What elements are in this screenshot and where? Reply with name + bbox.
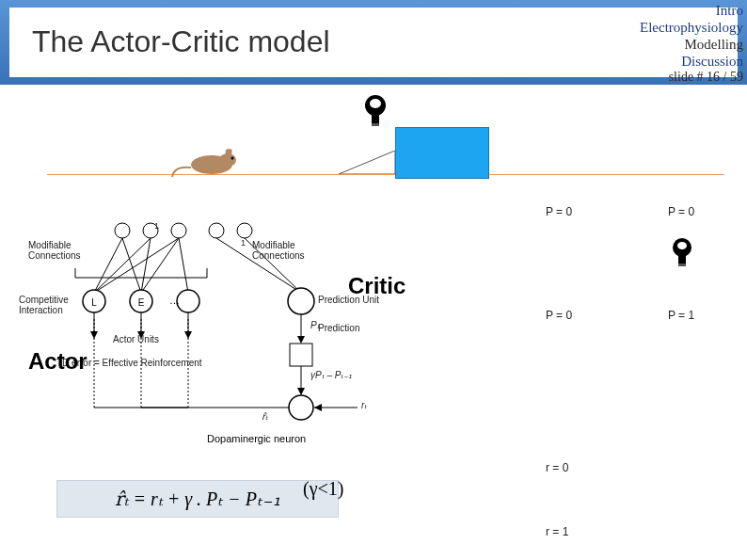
svg-point-12: [237, 223, 252, 238]
svg-point-11: [209, 223, 224, 238]
svg-line-13: [94, 238, 122, 293]
svg-point-10: [171, 223, 186, 238]
svg-marker-42: [297, 388, 305, 395]
gamma-note: (γ<1): [303, 478, 343, 500]
svg-text:E: E: [138, 297, 145, 308]
r1-label: r = 1: [546, 525, 568, 538]
modifiable-right-label: Modifiable Connections: [252, 240, 318, 261]
svg-point-52: [677, 242, 687, 249]
slide-counter: slide # 16 / 59: [640, 70, 743, 86]
critic-label: Critic: [348, 273, 405, 299]
svg-rect-6: [372, 114, 379, 123]
svg-rect-40: [290, 344, 312, 366]
actor-label: Actor: [28, 348, 87, 375]
svg-point-5: [370, 99, 381, 108]
svg-rect-7: [372, 123, 379, 126]
svg-point-24: [177, 290, 199, 312]
td-label: γPₜ – Pₜ₋₁: [310, 370, 352, 380]
svg-text:…: …: [169, 295, 180, 306]
svg-marker-39: [297, 336, 305, 344]
actor-critic-diagram: L E …: [19, 212, 433, 456]
dopaminergic-label: Dopaminergic neuron: [207, 433, 306, 444]
nav-intro: Intro: [640, 2, 743, 19]
weight-1b: 1: [241, 238, 246, 248]
p0-label-a: P = 0: [546, 205, 572, 218]
stage-area: L E …: [0, 85, 747, 560]
header-inner: The Actor-Critic model: [9, 8, 738, 77]
svg-point-1: [219, 153, 236, 167]
svg-line-18: [141, 238, 179, 293]
svg-point-2: [231, 157, 234, 160]
goal-box: [395, 127, 489, 179]
svg-line-19: [179, 238, 188, 293]
light-bulb-icon: [362, 94, 389, 132]
svg-marker-45: [314, 404, 322, 411]
svg-line-17: [94, 238, 179, 293]
rat-icon: [169, 141, 245, 179]
p0-label-c: P = 0: [546, 309, 572, 322]
nav-electro: Electrophysiology: [640, 19, 743, 36]
weight-1a: 1: [154, 221, 159, 231]
svg-point-43: [289, 395, 313, 420]
p-t-label: Pₜ: [310, 320, 320, 330]
nav-discussion: Discussion: [640, 53, 743, 70]
modifiable-left-label: Modifiable Connections: [28, 240, 85, 261]
slide-header: The Actor-Critic model: [0, 0, 747, 85]
r0-label: r = 0: [546, 461, 568, 474]
slide-title: The Actor-Critic model: [32, 24, 330, 59]
r-t-label: rₜ: [361, 400, 367, 410]
competitive-label: Competitive Interaction: [19, 295, 75, 315]
light-bulb-icon-small: [670, 237, 694, 271]
p0-label-b: P = 0: [668, 205, 694, 218]
svg-point-8: [115, 223, 130, 238]
ground-line: [47, 174, 724, 175]
svg-marker-3: [339, 151, 395, 174]
svg-rect-53: [678, 255, 686, 264]
td-equation: r̂ₜ = rₜ + γ . Pₜ − Pₜ₋₁: [56, 480, 339, 518]
r-hat-label: r̂ₜ: [262, 411, 268, 422]
svg-rect-54: [678, 264, 686, 266]
p1-label: P = 1: [668, 309, 694, 322]
nav-stack: Intro Electrophysiology Modelling Discus…: [640, 2, 743, 86]
ramp-icon: [339, 151, 395, 174]
prediction-label: Prediction: [318, 323, 359, 333]
svg-line-14: [122, 238, 141, 293]
nav-modelling: Modelling: [640, 36, 743, 53]
actor-units-label: Actor Units: [113, 334, 159, 344]
svg-text:L: L: [91, 297, 97, 308]
svg-point-37: [288, 288, 314, 314]
maze-scene: [122, 122, 593, 188]
